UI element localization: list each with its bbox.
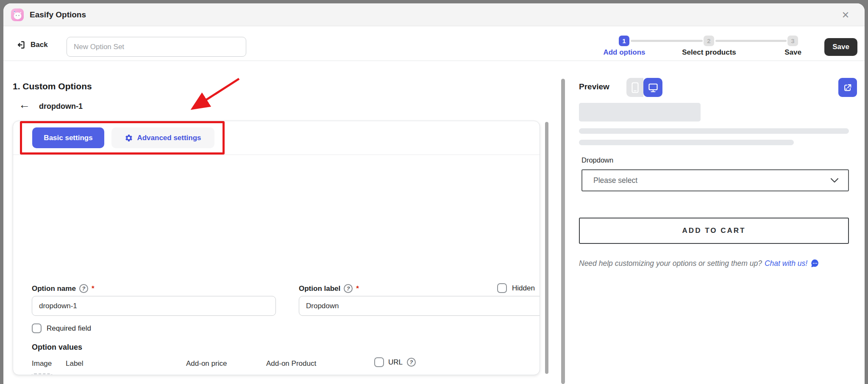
option-name-input[interactable] [32,296,276,316]
col-label: Label [66,359,83,368]
option-set-name-input[interactable] [67,37,246,57]
required-field-label: Required field [47,324,91,333]
divider [13,155,540,155]
option-label-label: Option label [299,285,340,293]
preview-heading: Preview [579,82,609,91]
help-icon[interactable]: ? [344,284,353,293]
step-connector [631,40,703,42]
option-settings-card: Basic settings Advanced settings Option … [13,121,540,375]
exit-back-icon [16,40,26,50]
step-3-label: Save [771,48,815,57]
modal-header: Easify Options ✕ [3,3,865,26]
chevron-down-icon [830,178,839,183]
app-title: Easify Options [30,10,86,19]
preview-mobile-toggle[interactable] [626,78,643,97]
preview-select[interactable]: Please select [581,169,849,191]
page-title: 1. Custom Options [13,81,92,91]
option-name-label-row: Option name ? * [32,284,95,293]
mobile-icon [632,82,639,93]
back-arrow-icon[interactable]: ← [19,99,30,111]
expand-preview-button[interactable] [838,78,857,97]
preview-select-value: Please select [593,176,637,185]
easify-options-modal: Easify Options ✕ Back 1 2 3 Add options … [3,3,865,384]
step-1-label: Add options [596,48,653,57]
back-button[interactable]: Back [16,40,48,50]
skeleton-line [579,140,794,145]
step-3-chip: 3 [787,36,798,46]
col-price: Add-on price [186,359,227,368]
col-image: Image [32,359,52,368]
hidden-label: Hidden [512,284,535,293]
required-asterisk: * [92,285,95,293]
save-button[interactable]: Save [824,38,857,56]
required-field-checkbox[interactable] [32,323,42,333]
tab-basic-settings[interactable]: Basic settings [32,127,104,148]
help-question-text: Need help customizing your options or se… [579,259,762,268]
required-field-row: Required field [32,323,91,333]
back-label: Back [31,41,48,49]
step-2-chip: 2 [704,36,714,46]
expand-icon [843,83,852,92]
tab-advanced-label: Advanced settings [137,134,201,142]
tab-advanced-settings[interactable]: Advanced settings [111,127,214,148]
help-icon[interactable]: ? [407,358,416,367]
url-checkbox[interactable] [374,357,384,367]
card-scrollbar-thumb[interactable] [545,122,548,374]
preview-desktop-toggle[interactable] [643,78,662,97]
step-connector [715,40,787,42]
toolbar: Back 1 2 3 Add options Select products S… [3,26,865,61]
desktop-icon [648,83,658,93]
add-to-cart-button[interactable]: ADD TO CART [579,218,849,244]
hidden-checkbox-row: Hidden [497,283,535,293]
gear-icon [125,134,133,142]
chat-bubble-icon [810,259,820,268]
easify-app-icon [11,8,24,21]
step-1-chip: 1 [619,36,629,46]
option-label-input[interactable] [299,296,540,316]
preview-dropdown-label: Dropdown [581,156,613,164]
hidden-checkbox[interactable] [497,283,507,293]
option-label-label-row: Option label ? * [299,284,359,293]
url-checkbox-row: URL ? [374,357,416,367]
help-icon[interactable]: ? [79,284,88,293]
chat-with-us-link[interactable]: Chat with us! [765,259,807,268]
step-2-label: Select products [672,48,746,57]
option-name-label: Option name [32,285,76,293]
required-asterisk: * [356,285,359,293]
annotation-red-arrow [185,73,244,115]
option-values-heading: Option values [32,343,82,352]
page-scrollbar-thumb[interactable] [561,79,565,384]
skeleton-block [579,103,701,122]
skeleton-line [579,128,849,134]
url-label: URL [388,358,403,367]
close-icon[interactable]: ✕ [839,9,852,22]
col-product: Add-on Product [266,359,316,368]
chat-help-text: Need help customizing your options or se… [579,257,857,270]
value-image-upload-button[interactable] [31,373,53,375]
option-title: dropdown-1 [39,102,83,111]
